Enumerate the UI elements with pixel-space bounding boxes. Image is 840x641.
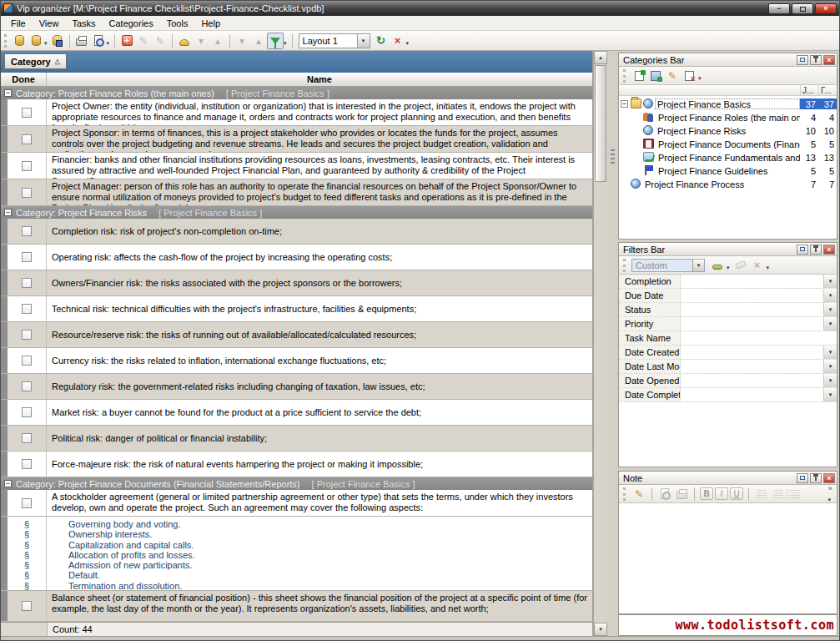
panel-float-button[interactable] — [797, 473, 808, 483]
task-row[interactable]: Regulatory risk: the government-related … — [1, 374, 592, 400]
open-dropdown-caret[interactable]: ▾ — [44, 40, 48, 47]
move-up-button[interactable]: ▴ — [209, 33, 226, 49]
done-checkbox[interactable] — [22, 601, 32, 611]
apply-filter-caret[interactable]: ▾ — [727, 265, 730, 271]
toolbar-overflow[interactable]: » ▾ — [827, 486, 834, 502]
done-checkbox[interactable] — [22, 498, 32, 508]
chevron-down-icon[interactable]: ▾ — [692, 260, 704, 271]
menu-file[interactable]: File — [4, 17, 33, 30]
task-row[interactable]: Project Manager: person of this role has… — [1, 179, 592, 206]
collapse-group-icon[interactable]: − — [4, 209, 12, 216]
new-database-button[interactable] — [11, 33, 28, 49]
note-print-button[interactable] — [674, 487, 689, 502]
delete-layout-button[interactable]: × — [390, 33, 406, 49]
column-header-name[interactable]: Name — [47, 73, 592, 86]
panel-close-button[interactable]: × — [823, 245, 835, 255]
chevron-down-icon[interactable]: ▾ — [823, 346, 837, 359]
underline-button[interactable]: U — [730, 487, 743, 500]
panel-close-button[interactable]: × — [823, 473, 835, 483]
filter-value[interactable] — [681, 275, 823, 288]
open-database-button[interactable] — [28, 33, 44, 49]
task-row[interactable]: Project Owner: the entity (individual, i… — [1, 99, 592, 126]
filter-value[interactable] — [681, 331, 837, 345]
edit-note-button[interactable]: ✎ — [631, 487, 646, 502]
tree-collapse-icon[interactable]: − — [621, 100, 628, 108]
done-checkbox[interactable] — [22, 433, 32, 443]
scrollbar-thumb[interactable] — [595, 65, 606, 182]
collapse-all-button[interactable]: ▴ — [250, 33, 267, 49]
chevron-down-icon[interactable]: ▾ — [823, 388, 837, 401]
note-content[interactable] — [619, 503, 837, 613]
panel-splitter[interactable] — [607, 51, 618, 636]
note-preview-button[interactable] — [657, 487, 672, 502]
menu-tools[interactable]: Tools — [160, 17, 195, 30]
done-checkbox[interactable] — [22, 278, 32, 288]
task-row[interactable]: Financier: banks and other financial ins… — [1, 153, 592, 179]
italic-button[interactable]: I — [715, 487, 728, 500]
chevron-down-icon[interactable]: ▾ — [823, 289, 837, 302]
clear-filter-button[interactable] — [733, 258, 748, 273]
filter-button[interactable] — [267, 33, 284, 49]
chevron-down-icon[interactable]: ▾ — [823, 360, 837, 373]
filter-value[interactable] — [681, 289, 823, 302]
filters-toolbar-caret[interactable]: ▾ — [767, 265, 770, 271]
layout-combobox[interactable]: Layout 1 ▾ — [299, 33, 370, 48]
task-row[interactable]: Resource/reserve risk: the risks of runn… — [1, 322, 592, 348]
group-by-category-button[interactable]: Category △ — [4, 53, 67, 69]
done-checkbox[interactable] — [22, 161, 32, 171]
filter-dropdown-caret[interactable]: ▾ — [284, 40, 287, 47]
edit-category-button[interactable]: ✎ — [665, 68, 680, 83]
align-left-button[interactable] — [754, 487, 769, 502]
apply-layout-button[interactable]: ↻ — [373, 33, 390, 49]
chevron-down-icon[interactable]: ▾ — [357, 34, 370, 48]
new-subcategory-button[interactable] — [648, 68, 663, 83]
collapse-group-icon[interactable]: − — [4, 480, 12, 487]
task-row[interactable]: Market risk: a buyer cannot be found for… — [1, 400, 592, 426]
done-checkbox[interactable] — [22, 407, 32, 417]
expand-all-button[interactable]: ▾ — [234, 33, 250, 49]
filter-value[interactable] — [681, 346, 823, 359]
filter-value[interactable] — [681, 388, 823, 401]
print-dropdown-caret[interactable]: ▾ — [107, 40, 110, 47]
scrollbar-track[interactable] — [594, 183, 607, 623]
toolbar-grip[interactable] — [4, 34, 8, 48]
category-tree-item[interactable]: Project Finance Guidelines 5 5 — [619, 164, 837, 177]
category-tree-item[interactable]: Project Finance Fundamentals and Control… — [619, 150, 837, 164]
bold-button[interactable]: B — [700, 487, 713, 500]
tree-count-column-1[interactable]: J... — [800, 85, 818, 95]
done-checkbox[interactable] — [22, 188, 32, 198]
grid-vertical-scrollbar[interactable]: ▴ ▾ — [593, 51, 607, 636]
done-checkbox[interactable] — [22, 381, 32, 391]
task-row[interactable]: Completion risk: risk of project's non-c… — [1, 219, 592, 245]
task-row[interactable]: Operating risk: affects the cash-flow of… — [1, 245, 592, 270]
panel-float-button[interactable] — [797, 245, 808, 255]
filter-value[interactable] — [681, 317, 823, 331]
delete-filter-button[interactable]: × — [750, 258, 765, 273]
panel-close-button[interactable]: × — [823, 55, 835, 65]
collapse-group-icon[interactable]: − — [4, 89, 12, 97]
align-right-button[interactable] — [771, 487, 786, 502]
scroll-up-arrow[interactable]: ▴ — [594, 51, 607, 64]
task-row[interactable]: Technical risk: technical difficulties w… — [1, 296, 592, 322]
column-header-done[interactable]: Done — [1, 73, 47, 86]
save-database-button[interactable] — [49, 33, 66, 49]
done-checkbox[interactable] — [22, 108, 32, 118]
done-checkbox[interactable] — [22, 226, 32, 236]
minimize-button[interactable]: − — [768, 3, 790, 14]
done-checkbox[interactable] — [22, 252, 32, 262]
task-row[interactable]: Owners/Financier risk: the risks associa… — [1, 270, 592, 296]
chevron-down-icon[interactable]: ▾ — [823, 275, 837, 288]
tree-count-column-2[interactable]: Г... — [818, 85, 837, 95]
layout-dropdown-caret[interactable]: ▾ — [406, 40, 410, 47]
edit-task-button[interactable]: ✎ — [135, 33, 152, 49]
toolbar-grip[interactable] — [623, 487, 626, 501]
categories-toolbar-caret[interactable]: ▾ — [698, 75, 702, 82]
done-checkbox[interactable] — [22, 134, 32, 144]
category-group-header[interactable]: − Category: Project Finance Roles (the m… — [1, 87, 592, 99]
chevron-down-icon[interactable]: ▾ — [823, 303, 837, 316]
new-category-button[interactable] — [631, 68, 646, 83]
print-preview-button[interactable] — [90, 33, 107, 49]
task-row[interactable]: Balance sheet (or statement of financial… — [1, 591, 592, 622]
chevron-down-icon[interactable]: ▾ — [823, 317, 837, 331]
menu-help[interactable]: Help — [194, 17, 227, 30]
